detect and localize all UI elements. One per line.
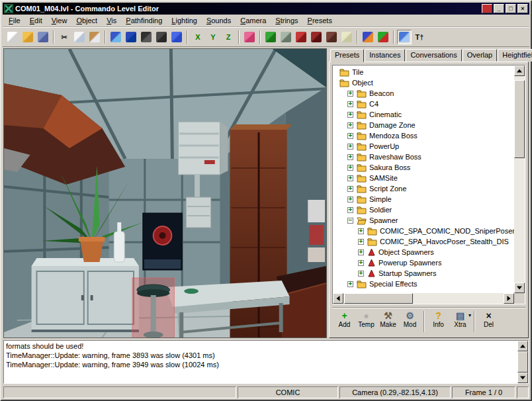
axis-x-button[interactable]: X: [191, 30, 205, 44]
axis-z-button[interactable]: Z: [221, 30, 236, 44]
visibility-button[interactable]: [397, 30, 412, 44]
menu-item-strings[interactable]: Strings: [271, 15, 302, 26]
flag-blue-button[interactable]: [361, 30, 375, 44]
tab-heightfield[interactable]: Heightfield: [498, 49, 532, 62]
red-caption-button[interactable]: [482, 4, 492, 13]
scroll-left-icon[interactable]: [333, 293, 343, 304]
expand-icon[interactable]: +: [347, 186, 353, 192]
expand-icon[interactable]: +: [347, 154, 353, 160]
expand-icon[interactable]: +: [347, 207, 353, 213]
add-button[interactable]: +Add: [333, 310, 355, 328]
tree-item[interactable]: +Powerup Spawners: [333, 257, 514, 268]
tree-item[interactable]: +Sakura Boss: [333, 162, 514, 173]
tree-item[interactable]: +Raveshaw Boss: [333, 152, 514, 162]
tree-item[interactable]: +C4: [333, 99, 514, 109]
menu-item-sounds[interactable]: Sounds: [202, 15, 236, 26]
expand-icon[interactable]: +: [358, 239, 364, 245]
collapse-icon[interactable]: −: [347, 218, 353, 224]
cut-button[interactable]: ✂: [57, 30, 71, 44]
expand-icon[interactable]: +: [347, 101, 353, 107]
text-tool-button[interactable]: T†: [412, 30, 427, 44]
spray-button[interactable]: [242, 30, 257, 44]
run-mode-button[interactable]: [154, 30, 169, 44]
save-button[interactable]: [36, 30, 50, 44]
expand-icon[interactable]: +: [347, 112, 353, 118]
tree-item[interactable]: +COMIC_SPA_COMIC_NOD_SniperPoser: [333, 226, 514, 236]
close-button[interactable]: ×: [517, 4, 528, 13]
ramp-button[interactable]: [339, 30, 354, 44]
menu-item-vis[interactable]: Vis: [102, 15, 121, 26]
tree-vertical-scrollbar[interactable]: [514, 66, 525, 293]
temp-button[interactable]: ●Temp: [355, 310, 377, 328]
expand-icon[interactable]: +: [358, 260, 364, 266]
axis-view-button[interactable]: [109, 30, 123, 44]
scroll-down-icon[interactable]: [517, 373, 528, 383]
menu-item-object[interactable]: Object: [71, 15, 102, 26]
axis-y-button[interactable]: Y: [206, 30, 220, 44]
expand-icon[interactable]: +: [358, 228, 364, 234]
tree-item[interactable]: +Special Effects: [333, 279, 514, 289]
tree-item[interactable]: +COMIC_SPA_HavocPoser_Stealth_DIS: [333, 236, 514, 247]
expand-icon[interactable]: +: [347, 197, 353, 202]
expand-icon[interactable]: +: [347, 144, 353, 150]
tree-horizontal-scrollbar[interactable]: [333, 293, 514, 304]
sphere-red-button[interactable]: [294, 30, 308, 44]
expand-icon[interactable]: +: [347, 165, 353, 171]
tree-item[interactable]: +Cinematic: [333, 109, 514, 120]
vehicle-button[interactable]: [324, 30, 339, 44]
menu-item-edit[interactable]: Edit: [25, 15, 47, 26]
tree-item[interactable]: +SAMSite: [333, 173, 514, 183]
expand-icon[interactable]: +: [347, 281, 353, 287]
flag-green-button[interactable]: [376, 30, 390, 44]
target-red-button[interactable]: [309, 30, 324, 44]
tree-item[interactable]: +Soldier: [333, 204, 514, 215]
info-button[interactable]: ?Info: [427, 310, 449, 328]
copy-button[interactable]: [72, 30, 87, 44]
scroll-thumb[interactable]: [517, 351, 528, 373]
minimize-button[interactable]: _: [494, 4, 504, 13]
tree-item[interactable]: +Mendoza Boss: [333, 130, 514, 141]
dropdown-arrow-icon[interactable]: ▾: [468, 312, 471, 318]
scroll-up-icon[interactable]: [517, 341, 528, 351]
open-button[interactable]: [21, 30, 35, 44]
menu-item-view[interactable]: View: [47, 15, 72, 26]
scroll-thumb[interactable]: [514, 80, 525, 158]
tree-item[interactable]: +Object Spawners: [333, 247, 514, 257]
cube-green-button[interactable]: [263, 30, 278, 44]
tree-item[interactable]: +PowerUp: [333, 141, 514, 152]
new-button[interactable]: [5, 30, 20, 44]
xtra-button[interactable]: ▤▾Xtra: [449, 310, 471, 328]
scroll-down-icon[interactable]: [514, 283, 525, 293]
3d-viewport[interactable]: [3, 48, 327, 338]
walk-mode-button[interactable]: [139, 30, 154, 44]
expand-icon[interactable]: +: [347, 133, 353, 139]
tree-item[interactable]: −Spawner: [333, 215, 514, 226]
tree-item[interactable]: +Beacon: [333, 88, 514, 99]
mod-button[interactable]: ⚙Mod: [399, 310, 421, 328]
tree-item[interactable]: Object: [333, 77, 514, 88]
log-panel[interactable]: formats should be used!TimeManager::Upda…: [3, 340, 529, 384]
tab-instances[interactable]: Instances: [365, 49, 405, 62]
del-button[interactable]: ×Del: [478, 310, 500, 328]
maximize-button[interactable]: □: [506, 4, 516, 13]
scroll-up-icon[interactable]: [514, 66, 525, 76]
waypoint-button[interactable]: [169, 30, 184, 44]
scroll-thumb[interactable]: [344, 293, 413, 304]
expand-icon[interactable]: +: [347, 91, 353, 97]
tree-item[interactable]: +Simple: [333, 194, 514, 204]
tree-item[interactable]: Tile: [333, 67, 514, 77]
menu-item-lighting[interactable]: Lighting: [167, 15, 202, 26]
expand-icon[interactable]: +: [358, 249, 364, 255]
menu-item-file[interactable]: File: [4, 15, 25, 26]
menu-item-presets[interactable]: Presets: [303, 15, 337, 26]
tab-presets[interactable]: Presets: [330, 49, 364, 62]
tab-conversations[interactable]: Conversations: [406, 49, 461, 62]
expand-icon[interactable]: +: [347, 175, 353, 181]
tree-item[interactable]: +Startup Spawners: [333, 268, 514, 279]
make-button[interactable]: ⚒Make: [377, 310, 399, 328]
orbit-view-button[interactable]: [124, 30, 138, 44]
cube-wire-button[interactable]: [279, 30, 293, 44]
tree-item[interactable]: +Script Zone: [333, 183, 514, 194]
menu-item-camera[interactable]: Camera: [236, 15, 271, 26]
paste-button[interactable]: [87, 30, 102, 44]
